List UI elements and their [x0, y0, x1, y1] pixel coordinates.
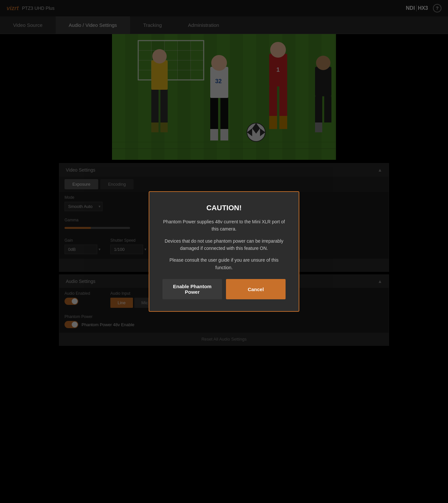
enable-phantom-power-button[interactable]: Enable Phantom Power	[162, 279, 222, 299]
modal-overlay: CAUTION! Phantom Power supplies 48v curr…	[0, 0, 448, 503]
modal-title: CAUTION!	[162, 204, 286, 212]
modal-text-1: Phantom Power supplies 48v current to th…	[162, 218, 286, 233]
cancel-modal-button[interactable]: Cancel	[226, 279, 286, 299]
modal-text-2: Devices that do not use phantom power ca…	[162, 237, 286, 252]
modal-buttons: Enable Phantom Power Cancel	[162, 279, 286, 299]
modal-text-3: Please consult the user guide if you are…	[162, 256, 286, 271]
caution-modal: CAUTION! Phantom Power supplies 48v curr…	[149, 191, 299, 312]
